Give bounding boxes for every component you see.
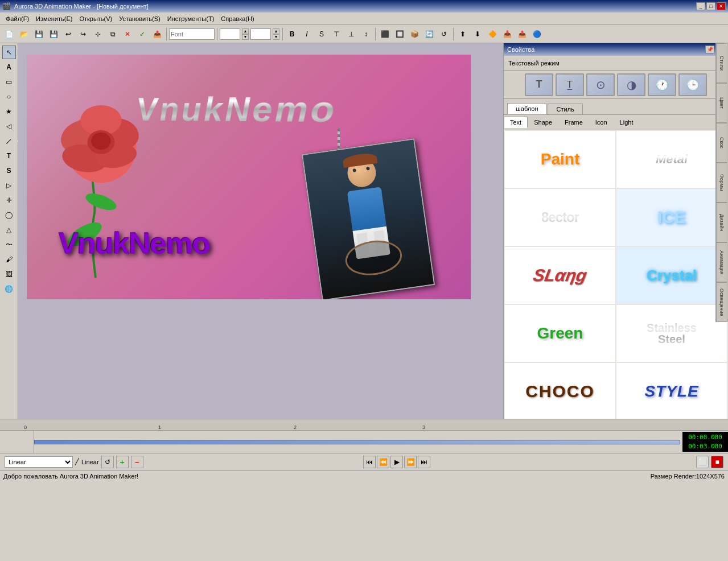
move-fwd-button[interactable]: ⬇ [471,27,484,41]
step-forward-button[interactable]: ⏩ [404,456,417,468]
shape2-button[interactable]: 🔶 [486,27,499,41]
track-bar[interactable] [34,440,680,444]
percent-up[interactable]: ▲ [273,28,279,34]
superscript-button[interactable]: ⊤ [330,27,343,41]
rewind-button[interactable]: ⏮ [363,456,376,468]
font-name-input[interactable] [169,28,215,40]
style-cell-slang[interactable]: SLαηg [505,247,615,304]
tab-style[interactable]: Стиль [548,104,582,114]
record-off-button[interactable]: ⬜ [696,456,709,468]
tool-image[interactable]: 🖼 [2,267,16,281]
font-percent-input[interactable]: 100 [250,28,271,40]
tab-template[interactable]: шаблон [507,103,546,114]
sidebar-tab-skok[interactable]: Скос [716,123,727,163]
tool-star[interactable]: ★ [2,105,16,118]
tool-text[interactable]: A [2,60,16,74]
spacing-button[interactable]: ↕ [359,27,373,41]
style-cell-green[interactable]: Green [505,305,615,362]
rotate2-button[interactable]: ↺ [437,27,451,41]
menu-file[interactable]: Файл(F) [2,14,32,23]
close-button[interactable]: ✕ [717,2,726,10]
menu-edit[interactable]: Изменить(Е) [32,14,76,23]
stop-button[interactable]: ✕ [121,27,134,41]
rotate-button[interactable]: 🔄 [422,27,436,41]
new-button[interactable]: 📄 [2,27,16,41]
style-cell-paint[interactable]: Paint [505,131,615,188]
bold-button[interactable]: B [285,27,299,41]
style-tab-frame[interactable]: Frame [558,117,589,127]
style-cell-choco[interactable]: CHOCO [505,363,615,419]
record-button[interactable]: ■ [711,456,723,468]
remove-keyframe-button[interactable]: − [131,456,143,468]
copy-button[interactable]: ⧉ [106,27,120,41]
render1-button[interactable]: 🔲 [393,27,406,41]
font-size-input[interactable]: 20 [220,28,240,40]
style-tab-icon[interactable]: Icon [589,117,614,127]
export-button[interactable]: 📤 [150,27,164,41]
check-button[interactable]: ✓ [135,27,149,41]
strikethrough-button[interactable]: S [315,27,328,41]
mode-btn-3[interactable]: ⊙ [586,73,615,96]
export2-button[interactable]: 📥 [500,27,514,41]
tool-S[interactable]: S [2,164,16,178]
maximize-button[interactable]: □ [706,2,715,10]
save-button[interactable]: 💾 [32,27,46,41]
open-button[interactable]: 📂 [17,27,31,41]
font-size-up[interactable]: ▲ [242,28,249,34]
tool-oval[interactable]: ◯ [2,208,16,222]
menu-tools[interactable]: Инструменты(Т) [164,14,218,23]
italic-button[interactable]: I [300,27,314,41]
canvas-area[interactable]: VnukNemo VnukNemo [18,43,503,419]
tool-paint[interactable]: 🖌 [2,253,16,266]
play-button[interactable]: ▶ [390,456,403,468]
timeline-track[interactable]: 00:00.000 00:03.000 [0,431,728,453]
mode-btn-1[interactable]: T [525,73,553,96]
3d-cube-button[interactable]: ⬛ [378,27,392,41]
sidebar-tab-formy[interactable]: Формы [716,163,727,203]
sidebar-tab-cvet[interactable]: Цвет [716,83,727,123]
style-cell-ice[interactable]: ICE [616,189,727,246]
loop-button[interactable]: ↺ [101,456,114,468]
style-tab-shape[interactable]: Shape [528,117,558,127]
style-cell-style[interactable]: STYLE [616,363,727,419]
minimize-button[interactable]: _ [696,2,705,10]
style-tab-text[interactable]: Text [504,117,528,128]
canvas[interactable]: VnukNemo VnukNemo [27,55,471,299]
align-down-button[interactable]: ⊥ [344,27,358,41]
font-size-down[interactable]: ▼ [242,34,249,40]
view-button[interactable]: 🔵 [530,27,544,41]
tool-right-arrow[interactable]: ▷ [2,179,16,192]
redo-button[interactable]: ↪ [76,27,90,41]
sidebar-tab-design[interactable]: Дизайн [716,203,727,242]
style-cell-crystal[interactable]: Crystal [616,247,727,304]
animation-dropdown[interactable]: Linear [5,456,73,468]
tool-wave[interactable]: 〜 [2,238,16,251]
style-tab-light[interactable]: Light [614,117,640,127]
export3-button[interactable]: 📤 [515,27,529,41]
tool-crosshair[interactable]: ✛ [2,193,16,207]
tool-rectangle[interactable]: ▭ [2,75,16,89]
tool-T[interactable]: T [2,149,16,163]
undo-button[interactable]: ↩ [61,27,75,41]
add-keyframe-button[interactable]: + [116,456,129,468]
style-cell-sector[interactable]: 8ector [505,189,615,246]
mode-btn-2[interactable]: T̲ [556,73,584,96]
mode-btn-4[interactable]: ◑ [617,73,645,96]
select-tool-button[interactable]: ⊹ [91,27,105,41]
step-back-button[interactable]: ⏪ [377,456,389,468]
save-as-button[interactable]: 💾 [47,27,60,41]
tool-earth[interactable]: 🌐 [2,282,16,296]
menu-help[interactable]: Справка(Н) [217,14,257,23]
sidebar-tab-lighting[interactable]: Осве­щение [716,282,727,322]
panel-pin-button[interactable]: 📌 [705,46,714,53]
menu-open[interactable]: Открыть(V) [76,14,116,23]
tool-ellipse[interactable]: ○ [2,90,16,104]
tool-select[interactable]: ↖ [2,46,16,59]
tool-line[interactable]: | [0,131,18,151]
fast-forward-button[interactable]: ⏭ [418,456,430,468]
mode-btn-5[interactable]: 🕐 [648,73,676,96]
render2-button[interactable]: 📦 [408,27,421,41]
sidebar-tab-stili[interactable]: Стили [716,43,727,83]
sidebar-tab-animation[interactable]: Анима­ция [716,242,727,282]
percent-down[interactable]: ▼ [273,34,279,40]
